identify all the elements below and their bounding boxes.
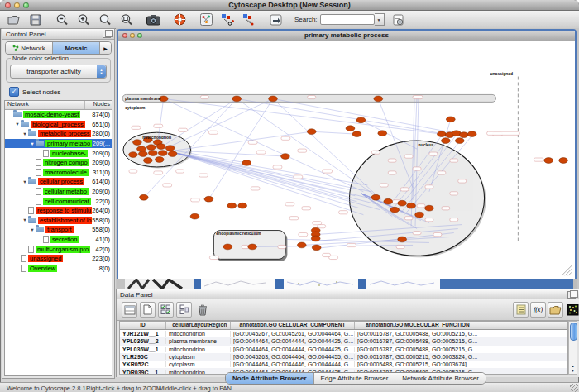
- col-cellular-layout-region[interactable]: _cellularLayoutRegion: [166, 322, 231, 329]
- float-data-panel-icon[interactable]: [567, 291, 576, 299]
- expander-icon[interactable]: ▼: [22, 218, 28, 222]
- attribute-table-row[interactable]: YKR052Ccytoplasm[GO:0044464, GO:0044446,…: [120, 361, 567, 368]
- network-node[interactable]: [312, 245, 321, 251]
- network-node[interactable]: [374, 96, 383, 102]
- expander-icon[interactable]: ▼: [22, 131, 28, 136]
- network-node[interactable]: [204, 196, 213, 202]
- expander-icon[interactable]: ▼: [22, 179, 28, 184]
- expander-icon[interactable]: ▼: [29, 141, 36, 146]
- network-node[interactable]: [165, 146, 175, 151]
- network-canvas[interactable]: plasma membranecytoplasmmitochondrionnuc…: [120, 41, 573, 278]
- expander-icon[interactable]: ▼: [14, 122, 21, 127]
- zoom-selected-icon[interactable]: [98, 12, 112, 27]
- network-tree-row[interactable]: ▼cellular process614(0): [5, 177, 112, 187]
- network-node[interactable]: [356, 117, 366, 123]
- network-tree-row[interactable]: ▼metabolic process280(0): [5, 129, 112, 139]
- network-node[interactable]: [232, 96, 242, 102]
- network-tree-row[interactable]: Overview8(0): [5, 264, 112, 274]
- network-tree-row[interactable]: mosaic-demo-yeast874(0): [5, 110, 112, 120]
- network-tree-row[interactable]: response to stimulu264(0): [5, 206, 112, 216]
- network-node[interactable]: [139, 194, 148, 200]
- network-node[interactable]: [190, 213, 199, 219]
- network-node[interactable]: [281, 154, 290, 160]
- open-icon[interactable]: [7, 12, 22, 27]
- network-node[interactable]: [138, 151, 147, 157]
- network-node[interactable]: [390, 207, 400, 213]
- network-tree-row[interactable]: macromolecule311(0): [5, 168, 112, 178]
- zoom-in-icon[interactable]: [76, 12, 91, 27]
- network-view-titlebar[interactable]: primary metabolic process: [118, 31, 575, 41]
- save-icon[interactable]: [28, 12, 43, 27]
- network-node[interactable]: [143, 158, 152, 164]
- network-node[interactable]: [148, 151, 157, 156]
- network-tree-row[interactable]: ▼primary metabo209(...: [5, 139, 112, 149]
- network-tree-row[interactable]: secretion41(0): [5, 235, 112, 245]
- network-node[interactable]: [223, 244, 232, 250]
- network-tree-row[interactable]: nitrogen compo209(0): [5, 158, 112, 168]
- network-node[interactable]: [459, 132, 468, 138]
- network-node[interactable]: [136, 146, 146, 152]
- network-tree-row[interactable]: nucleobase-209(0): [5, 148, 112, 158]
- help-lifebuoy-icon[interactable]: [172, 12, 187, 27]
- import-attributes-icon[interactable]: [548, 302, 563, 318]
- search-options-icon[interactable]: [391, 12, 406, 27]
- network-node[interactable]: [248, 244, 257, 250]
- network-view-window[interactable]: primary metabolic process plasma membran…: [117, 29, 577, 282]
- col-go-cellular-component[interactable]: annotation.GO CELLULAR_COMPONENT: [231, 322, 355, 329]
- search-dropdown-icon[interactable]: ▼: [375, 13, 385, 26]
- attribute-list-icon[interactable]: [513, 302, 529, 318]
- search-input[interactable]: [320, 14, 375, 25]
- network-node[interactable]: [438, 131, 447, 137]
- scroll-down-icon[interactable]: ▼: [569, 369, 577, 374]
- network-tree-row[interactable]: ▼biological_process651(0): [5, 120, 112, 130]
- attribute-table-row[interactable]: YJR121W__1mitochondrion[GO:0045267, GO:0…: [120, 330, 567, 337]
- trash-icon[interactable]: [194, 302, 210, 318]
- network-node[interactable]: [398, 237, 407, 242]
- network-node[interactable]: [158, 151, 167, 156]
- network-node[interactable]: [269, 96, 278, 102]
- network-node[interactable]: [129, 152, 138, 158]
- scrollbar-thumb[interactable]: [570, 323, 577, 341]
- network-node[interactable]: [307, 129, 316, 135]
- network-node[interactable]: [415, 212, 424, 218]
- browser-tab[interactable]: Network Attribute Browser: [395, 373, 485, 384]
- network-node[interactable]: [446, 117, 455, 122]
- snapshot-camera-icon[interactable]: [146, 12, 160, 27]
- delete-attribute-icon[interactable]: [158, 302, 174, 318]
- network-tree-row[interactable]: multi-organism pro42(0): [5, 244, 112, 254]
- network-node[interactable]: [559, 158, 568, 164]
- col-go-molecular-function[interactable]: annotation.GO MOLECULAR_FUNCTION: [355, 322, 481, 329]
- formula-icon[interactable]: f(x): [530, 302, 546, 318]
- network-tree-row[interactable]: cellular metabo209(0): [5, 187, 112, 197]
- network-node[interactable]: [407, 203, 416, 208]
- matrix-icon[interactable]: [565, 302, 579, 318]
- tab-overflow-arrow-icon[interactable]: ▶: [100, 42, 111, 54]
- network-tree-row[interactable]: ▼establishment of lo558(0): [5, 216, 112, 226]
- network-node[interactable]: [384, 198, 393, 204]
- network-node[interactable]: [238, 203, 247, 208]
- browser-tab[interactable]: Node Attribute Browser: [226, 373, 314, 384]
- create-attribute-icon[interactable]: [140, 302, 156, 318]
- select-nodes-checkbox[interactable]: ✓: [9, 87, 19, 97]
- table-scrollbar[interactable]: ▲▼: [568, 321, 577, 375]
- network-tree-row[interactable]: cell communicat22(0): [5, 196, 112, 206]
- attribute-table-row[interactable]: YPL036W__2plasma membrane[GO:0044464, GO…: [120, 337, 567, 345]
- network-node[interactable]: [455, 138, 464, 144]
- network-node[interactable]: [297, 242, 306, 248]
- zoom-out-icon[interactable]: [55, 12, 69, 27]
- col-id[interactable]: ID: [120, 322, 166, 329]
- annotation-icon[interactable]: [268, 12, 283, 27]
- network-node[interactable]: [441, 138, 450, 144]
- attribute-table-row[interactable]: YLR295Ccytoplasm[GO:0045263, GO:0044464,…: [120, 353, 567, 361]
- destroy-network-layout-icon[interactable]: [242, 12, 256, 27]
- network-node[interactable]: [346, 126, 355, 131]
- network-node[interactable]: [425, 205, 434, 211]
- network-node[interactable]: [168, 151, 177, 157]
- attribute-table-header[interactable]: ID _cellularLayoutRegion annotation.GO C…: [120, 322, 567, 330]
- network-node[interactable]: [378, 131, 387, 136]
- network-node[interactable]: [398, 200, 407, 206]
- tab-mosaic[interactable]: Mosaic: [53, 42, 100, 54]
- network-overview-icon[interactable]: [199, 12, 213, 27]
- network-node[interactable]: [544, 158, 553, 164]
- network-node[interactable]: [371, 194, 380, 200]
